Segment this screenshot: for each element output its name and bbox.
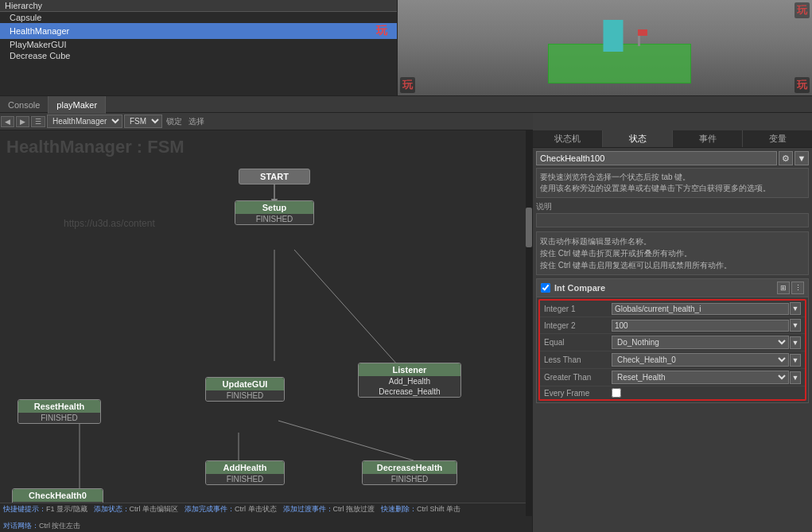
- hierarchy-panel: Hierarchy Capsule HealthManager 玩 PlayMa…: [0, 0, 398, 95]
- play-badge-tr: 玩: [795, 2, 810, 18]
- every-frame-label: Every Frame: [544, 389, 612, 398]
- every-frame-checkbox[interactable]: [612, 388, 621, 398]
- action-int-compare: Int Compare ⊞ ⋮ Integer 1 ▼ Integer 2: [536, 278, 809, 403]
- equal-dropdown-btn[interactable]: ▼: [790, 336, 801, 349]
- node-listener[interactable]: Listener Add_Health Decrease_Health: [358, 363, 461, 398]
- panel-tabs: 状态机 状态 事件 变量: [533, 130, 812, 148]
- equal-label: Equal: [544, 338, 612, 347]
- fsm-title: HealthManager : FSM: [6, 137, 185, 157]
- greater-than-label: Greater Than: [544, 373, 612, 382]
- panel-extra-button[interactable]: ▼: [795, 151, 809, 165]
- action-enabled-checkbox[interactable]: [541, 283, 550, 293]
- node-decreasehealth[interactable]: DecreaseHealth FINISHED: [362, 460, 457, 485]
- svg-line-4: [278, 421, 414, 460]
- fsm-canvas[interactable]: HealthManager : FSM https://u3d.as/conte…: [0, 130, 533, 532]
- node-updategui[interactable]: UpdateGUI FINISHED: [205, 377, 285, 402]
- fsm-watermark: https://u3d.as/content: [64, 218, 155, 229]
- desc-box[interactable]: [536, 213, 809, 227]
- action-hint: 双击动作标题编辑显动作名称。 按住 Ctrl 键单击折页展开或折叠所有动作。 按…: [536, 231, 809, 275]
- greater-than-dropdown-btn[interactable]: ▼: [790, 371, 801, 384]
- less-than-select[interactable]: Check_Health_0: [612, 353, 789, 367]
- action-icon-2[interactable]: ⋮: [791, 282, 804, 294]
- node-resethealth[interactable]: ResetHealth FINISHED: [17, 399, 101, 424]
- scroll-bar[interactable]: [526, 130, 532, 516]
- node-setup[interactable]: Setup FINISHED: [235, 200, 314, 225]
- select-label: 选择: [185, 116, 208, 127]
- hierarchy-item-capsule[interactable]: Capsule: [0, 12, 397, 23]
- play-badge-1: 玩: [376, 24, 387, 38]
- fsm-statusbar: 快捷键提示：F1 显示/隐藏 添加状态：Ctrl 单击编辑区 添加完成事件：Ct…: [0, 503, 532, 532]
- less-than-label: Less Than: [544, 355, 612, 364]
- hierarchy-item-healthmanager[interactable]: HealthManager 玩: [0, 23, 397, 39]
- menu-button[interactable]: ☰: [31, 116, 45, 127]
- tab-events[interactable]: 事件: [673, 130, 743, 147]
- integer1-input[interactable]: [612, 303, 789, 315]
- forward-button[interactable]: ▶: [16, 116, 29, 127]
- integer2-label: Integer 2: [544, 321, 612, 330]
- integer1-label: Integer 1: [544, 305, 612, 313]
- fsm-object-dropdown[interactable]: HealthManager: [47, 115, 122, 128]
- hierarchy-item-decrease-cube[interactable]: Decrease Cube: [0, 50, 397, 61]
- panel-settings-button[interactable]: ⚙: [779, 151, 793, 165]
- state-name-input[interactable]: [536, 151, 777, 165]
- action-title: Int Compare: [554, 283, 775, 293]
- tab-console[interactable]: Console: [0, 96, 49, 114]
- right-panel: 状态机 状态 事件 变量 ⚙ ▼ 要快速浏览符合选择一个状态后按 tab 键。使…: [533, 130, 812, 532]
- less-than-dropdown-btn[interactable]: ▼: [790, 354, 801, 367]
- integer1-dropdown-btn[interactable]: ▼: [790, 302, 801, 315]
- hint-box: 要快速浏览符合选择一个状态后按 tab 键。使用该名称旁边的设置菜单或右键单击下…: [536, 168, 809, 198]
- node-start[interactable]: START: [239, 169, 310, 184]
- node-addhealth[interactable]: AddHealth FINISHED: [205, 460, 285, 485]
- scene-view: 玩 玩 玩: [398, 0, 812, 95]
- hierarchy-bar: Hierarchy: [0, 0, 397, 12]
- lock-label: 锁定: [163, 116, 185, 127]
- desc-label: 说明: [536, 201, 809, 212]
- action-icon-1[interactable]: ⊞: [777, 282, 790, 294]
- tab-state-machine[interactable]: 状态机: [533, 130, 603, 147]
- fsm-dropdown[interactable]: FSM: [124, 115, 162, 128]
- panel-content: ⚙ ▼ 要快速浏览符合选择一个状态后按 tab 键。使用该名称旁边的设置菜单或右…: [533, 148, 812, 532]
- back-button[interactable]: ◀: [1, 116, 14, 127]
- tab-state[interactable]: 状态: [603, 130, 673, 147]
- tab-variables[interactable]: 变量: [743, 130, 812, 147]
- greater-than-select[interactable]: Reset_Health: [612, 371, 789, 384]
- hierarchy-item-playmaker[interactable]: PlayMakerGUI: [0, 39, 397, 50]
- integer2-dropdown-btn[interactable]: ▼: [790, 319, 801, 332]
- play-badge-br: 玩: [795, 77, 810, 93]
- integer2-input[interactable]: [612, 320, 789, 332]
- svg-line-1: [294, 250, 398, 365]
- equal-select[interactable]: Do_Nothing: [612, 336, 789, 349]
- tab-playmaker[interactable]: playMaker: [49, 96, 106, 114]
- play-badge-bl: 玩: [400, 77, 415, 93]
